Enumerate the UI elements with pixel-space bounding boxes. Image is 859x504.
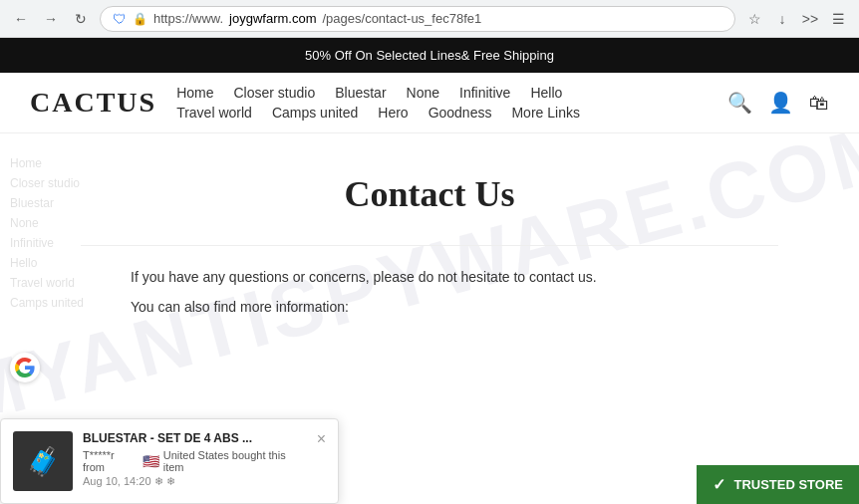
forward-button[interactable]: → [40,8,62,30]
nav-hero[interactable]: Hero [378,105,408,121]
browser-action-buttons: ☆ ↓ >> ☰ [743,8,849,30]
bookmark-button[interactable]: ☆ [743,8,765,30]
search-button[interactable]: 🔍 [727,91,752,115]
google-g-icon[interactable] [10,353,40,382]
account-button[interactable]: 👤 [768,91,793,115]
contact-sub: You can also find more information: [131,296,728,318]
browser-chrome: ← → ↻ 🛡 🔒 https://www.joygwfarm.com/page… [0,0,859,38]
sidebar-faint-none: None [10,213,159,233]
menu-button[interactable]: ☰ [827,8,849,30]
nav-goodness[interactable]: Goodness [429,105,492,121]
extensions-button[interactable]: >> [799,8,821,30]
sidebar-faint-bluestar: Bluestar [10,193,159,213]
site-logo[interactable]: CACTUS [30,87,156,119]
nav-home[interactable]: Home [176,85,213,101]
nav-row-secondary: Travel world Camps united Hero Goodness … [176,105,708,121]
site-header: CACTUS Home Closer studio Bluestar None … [0,73,859,133]
lock-icon: 🔒 [133,12,147,26]
nav-more-links[interactable]: More Links [511,105,579,121]
nav-none[interactable]: None [407,85,439,101]
navigation: Home Closer studio Bluestar None Infinit… [176,85,708,121]
announcement-text: 50% Off On Selected Lines& Free Shipping [305,48,554,63]
announcement-bar: 50% Off On Selected Lines& Free Shipping [0,38,859,73]
nav-bluestar[interactable]: Bluestar [335,85,386,101]
refresh-button[interactable]: ↻ [70,8,92,30]
header-icons: 🔍 👤 🛍 [727,91,829,115]
nav-travel-world[interactable]: Travel world [176,105,252,121]
contact-body: If you have any questions or concerns, p… [131,266,728,288]
nav-infinitive[interactable]: Infinitive [459,85,510,101]
cart-button[interactable]: 🛍 [809,92,829,115]
back-button[interactable]: ← [10,8,32,30]
nav-closer-studio[interactable]: Closer studio [234,85,316,101]
sidebar-faint-infinitive: Infinitive [10,233,159,253]
main-content: MYANTISPYWARE.COM Home Closer studio Blu… [0,133,859,412]
shield-icon: 🛡 [113,11,127,27]
nav-row-primary: Home Closer studio Bluestar None Infinit… [176,85,708,101]
nav-camps-united[interactable]: Camps united [272,105,358,121]
url-prefix: https://www. [153,11,223,26]
download-button[interactable]: ↓ [771,8,793,30]
url-path: /pages/contact-us_fec78fe1 [323,11,482,26]
url-domain: joygwfarm.com [229,11,316,26]
url-bar[interactable]: 🛡 🔒 https://www.joygwfarm.com/pages/cont… [100,6,735,32]
sidebar-faint-home: Home [10,153,159,173]
nav-hello[interactable]: Hello [530,85,562,101]
sidebar-faint-closer: Closer studio [10,173,159,193]
